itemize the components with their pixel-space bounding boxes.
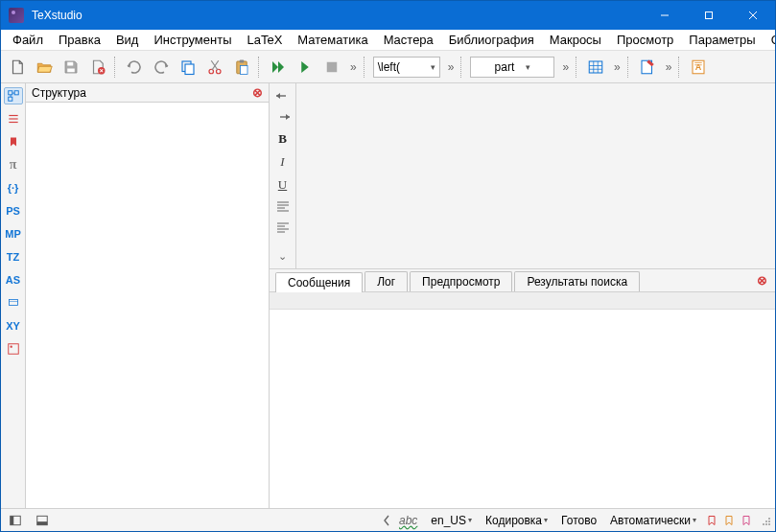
overflow-icon[interactable]: » (558, 60, 572, 74)
tab-log[interactable]: Лог (364, 271, 408, 291)
tab-search-results[interactable]: Результаты поиска (514, 271, 640, 291)
paste-button[interactable] (229, 55, 254, 80)
tikz-tab[interactable]: TZ (4, 248, 23, 266)
main-area: π {·} PS MP TZ AS XY Структура ⊗ B I (1, 83, 775, 508)
combo-label: part (495, 60, 515, 74)
bookmark-pink-icon[interactable] (741, 514, 752, 527)
expand-icon[interactable]: ⌄ (274, 249, 292, 263)
editor-area[interactable] (296, 83, 775, 268)
separator (114, 57, 118, 78)
chevron-down-icon: ▾ (431, 62, 435, 72)
close-messages-icon[interactable]: ⊗ (757, 273, 767, 288)
bookmark-orange-icon[interactable] (723, 514, 735, 527)
pstricks-tab[interactable]: PS (4, 202, 23, 220)
menu-latex[interactable]: LaTeX (239, 31, 290, 49)
messages-body[interactable] (270, 310, 775, 508)
svg-point-60 (768, 523, 770, 525)
pdf-preview-button[interactable] (635, 55, 660, 80)
svg-text:A: A (695, 62, 702, 72)
toolbar: » \left(▾ » part▾ » » » A (1, 51, 775, 83)
svg-rect-10 (185, 64, 194, 75)
overflow-icon[interactable]: » (444, 60, 458, 74)
overflow-icon[interactable]: » (662, 60, 675, 74)
new-file-button[interactable] (5, 55, 30, 80)
align-right-icon[interactable] (274, 110, 292, 124)
structure-tab-icon[interactable] (4, 87, 23, 104)
build-run-button[interactable] (266, 55, 291, 80)
chevron-left-icon[interactable] (384, 515, 389, 526)
close-file-button[interactable] (85, 55, 110, 80)
menu-view[interactable]: Вид (108, 31, 147, 49)
section-combo[interactable]: part▾ (470, 57, 554, 78)
italic-button[interactable]: I (274, 154, 292, 170)
editor-row: B I U ⌄ (270, 83, 775, 268)
statusbar: abc en_US▾ Кодировка▾ Готово Автоматичес… (1, 508, 775, 531)
app-icon (9, 8, 24, 23)
cut-button[interactable] (202, 55, 227, 80)
menu-preview[interactable]: Просмотр (609, 31, 681, 49)
panel-toggle-bottom-icon[interactable] (32, 512, 53, 529)
separator (678, 57, 682, 78)
save-button[interactable] (59, 55, 83, 80)
svg-point-11 (209, 69, 214, 74)
text-lines2-icon[interactable] (274, 220, 292, 234)
menu-wizards[interactable]: Мастера (376, 31, 441, 49)
svg-rect-16 (240, 59, 245, 62)
overflow-icon[interactable]: » (610, 60, 623, 74)
tab-preview[interactable]: Предпросмотр (410, 271, 512, 291)
beamer-tab-icon[interactable] (4, 294, 23, 312)
spellcheck-indicator[interactable]: abc (395, 514, 421, 527)
resize-grip-icon[interactable] (762, 516, 771, 525)
table-button[interactable] (583, 55, 608, 80)
favorites-tab-icon[interactable] (4, 340, 23, 358)
menu-tools[interactable]: Инструменты (146, 31, 239, 49)
encoding-selector[interactable]: Кодировка▾ (482, 514, 552, 527)
view-pdf-button[interactable]: A (686, 55, 711, 80)
svg-point-58 (763, 523, 764, 525)
menu-bibliography[interactable]: Библиография (441, 31, 542, 49)
svg-rect-37 (9, 300, 17, 306)
menu-help[interactable]: Справка (764, 31, 776, 49)
open-file-button[interactable] (32, 55, 57, 80)
svg-point-55 (768, 518, 770, 520)
stop-button[interactable] (319, 55, 344, 80)
symbols-greek-icon[interactable]: π (4, 156, 23, 173)
list-tab-icon[interactable] (4, 110, 23, 127)
close-panel-icon[interactable]: ⊗ (252, 85, 263, 100)
svg-line-14 (211, 60, 218, 70)
left-paren-combo[interactable]: \left(▾ (373, 57, 440, 78)
close-button[interactable] (731, 1, 775, 30)
asymptote-tab[interactable]: AS (4, 271, 23, 289)
text-lines-icon[interactable] (274, 200, 292, 214)
panel-toggle-left-icon[interactable] (5, 512, 26, 529)
language-selector[interactable]: en_US▾ (427, 514, 476, 527)
symbols-brackets-icon[interactable]: {·} (4, 179, 23, 197)
left-column: π {·} PS MP TZ AS XY Структура ⊗ (1, 83, 270, 508)
svg-rect-31 (8, 97, 12, 101)
align-left-icon[interactable] (274, 89, 292, 103)
redo-button[interactable] (149, 55, 174, 80)
menu-edit[interactable]: Правка (51, 31, 108, 49)
menu-math[interactable]: Математика (290, 31, 375, 49)
bookmark-red-icon[interactable] (706, 514, 717, 527)
menu-macros[interactable]: Макросы (542, 31, 609, 49)
bookmark-tab-icon[interactable] (4, 133, 23, 150)
structure-title: Структура (32, 86, 86, 100)
tab-messages[interactable]: Сообщения (275, 272, 363, 292)
maximize-button[interactable] (687, 1, 731, 30)
minimize-button[interactable] (643, 1, 687, 30)
copy-button[interactable] (176, 55, 200, 80)
messages-toolbar (270, 292, 775, 310)
underline-button[interactable]: U (274, 177, 292, 193)
xy-tab[interactable]: XY (4, 317, 23, 335)
overflow-icon[interactable]: » (346, 60, 360, 74)
lineending-selector[interactable]: Автоматически▾ (606, 514, 700, 527)
menu-file[interactable]: Файл (5, 31, 51, 49)
menu-options[interactable]: Параметры (681, 31, 763, 49)
separator (364, 57, 367, 78)
undo-button[interactable] (122, 55, 147, 80)
structure-body[interactable] (26, 103, 269, 508)
compile-button[interactable] (293, 55, 317, 80)
metapost-tab[interactable]: MP (4, 225, 23, 243)
bold-button[interactable]: B (274, 131, 292, 147)
